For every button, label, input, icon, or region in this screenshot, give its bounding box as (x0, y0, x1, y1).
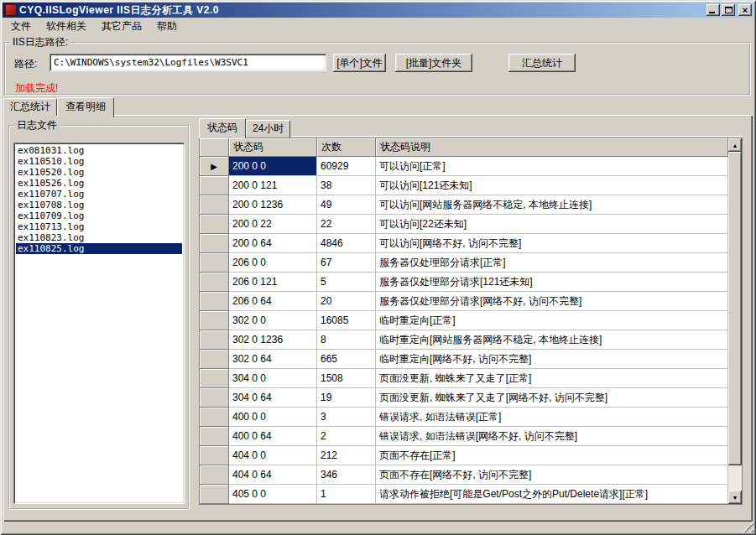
grid-cell-desc[interactable]: 可以访问[22还未知] (376, 215, 728, 234)
grid-cell-code[interactable]: 206 0 0 (229, 253, 317, 273)
row-header-cell[interactable] (200, 427, 229, 446)
row-header-cell[interactable] (200, 446, 229, 465)
log-file-item[interactable]: ex110707.log (16, 189, 182, 200)
log-file-item[interactable]: ex110526.log (16, 178, 182, 189)
grid-row[interactable]: 206 0 1215服务器仅处理部分请求[121还未知] (200, 273, 728, 292)
log-file-item[interactable]: ex081031.log (16, 145, 182, 156)
grid-cell-desc[interactable]: 可以访问[网站服务器网络不稳定, 本地终止连接] (376, 195, 728, 215)
grid-cell-code[interactable]: 400 0 0 (229, 408, 317, 427)
grid-cell-count[interactable]: 8 (317, 330, 376, 350)
grid-cell-count[interactable]: 4846 (317, 234, 376, 253)
grid-column-header-2[interactable]: 次数 (317, 138, 376, 157)
grid-row[interactable]: 304 0 01508页面没更新, 蜘蛛来了又走了[正常] (200, 369, 728, 388)
grid-cell-desc[interactable]: 页面没更新, 蜘蛛来了又走了[网络不好, 访问不完整] (376, 388, 728, 408)
titlebar[interactable]: CYQ.IISLogViewer IIS日志分析工具 V2.0 × (3, 3, 753, 18)
grid-cell-code[interactable]: 200 0 1236 (229, 195, 317, 215)
scroll-thumb[interactable] (728, 152, 742, 465)
grid-cell-desc[interactable]: 临时重定向[正常] (376, 311, 728, 330)
grid-cell-code[interactable]: 400 0 64 (229, 427, 317, 446)
grid-cell-code[interactable]: 404 0 0 (229, 446, 317, 465)
row-header-cell[interactable] (200, 311, 229, 330)
grid-row[interactable]: 200 0 2222可以访问[22还未知] (200, 215, 728, 234)
grid-cell-code[interactable]: 302 0 64 (229, 350, 317, 369)
grid-cell-desc[interactable]: 服务器仅处理部分请求[121还未知] (376, 273, 728, 292)
row-header-cell[interactable] (200, 465, 229, 485)
grid-cell-code[interactable]: 304 0 0 (229, 369, 317, 388)
grid-cell-count[interactable]: 38 (317, 176, 376, 195)
grid-cell-count[interactable]: 1 (317, 485, 376, 504)
log-file-item[interactable]: ex110709.log (16, 210, 182, 221)
log-file-item[interactable]: ex110708.log (16, 200, 182, 210)
grid-cell-code[interactable]: 304 0 64 (229, 388, 317, 408)
close-button[interactable]: × (738, 4, 752, 16)
row-header-cell[interactable] (200, 388, 229, 408)
grid-cell-desc[interactable]: 可以访问[正常] (376, 157, 728, 176)
row-header-cell[interactable]: ▶ (200, 157, 229, 176)
row-header-cell[interactable] (200, 176, 229, 195)
grid-cell-code[interactable]: 206 0 64 (229, 292, 317, 311)
row-header-cell[interactable] (200, 234, 229, 253)
grid-cell-desc[interactable]: 可以访问[网络不好, 访问不完整] (376, 234, 728, 253)
grid-row[interactable]: 206 0 067服务器仅处理部分请求[正常] (200, 253, 728, 273)
grid-cell-code[interactable]: 405 0 0 (229, 485, 317, 504)
detail-tab-2[interactable]: 24小时 (246, 120, 290, 138)
row-header-cell[interactable] (200, 408, 229, 427)
grid-cell-count[interactable]: 60929 (317, 157, 376, 176)
main-tab-2[interactable]: 查看明细 (57, 97, 114, 117)
grid-cell-count[interactable]: 212 (317, 446, 376, 465)
grid-cell-count[interactable]: 665 (317, 350, 376, 369)
grid-cell-code[interactable]: 302 0 1236 (229, 330, 317, 350)
log-file-item[interactable]: ex110520.log (16, 167, 182, 178)
grid-row[interactable]: 404 0 0212页面不存在[正常] (200, 446, 728, 465)
grid-cell-desc[interactable]: 服务器仅处理部分请求[网络不好, 访问不完整] (376, 292, 728, 311)
grid-row[interactable]: ▶200 0 060929可以访问[正常] (200, 157, 728, 176)
grid-cell-code[interactable]: 404 0 64 (229, 465, 317, 485)
resize-grip[interactable] (743, 522, 753, 532)
log-file-item[interactable]: ex110713.log (16, 221, 182, 232)
grid-cell-count[interactable]: 67 (317, 253, 376, 273)
grid-row[interactable]: 200 0 644846可以访问[网络不好, 访问不完整] (200, 234, 728, 253)
grid-cell-count[interactable]: 16085 (317, 311, 376, 330)
grid-row[interactable]: 302 0 12368临时重定向[网站服务器网络不稳定, 本地终止连接] (200, 330, 728, 350)
summary-stats-button[interactable]: 汇总统计 (508, 54, 576, 72)
menu-item-1[interactable]: 文件 (3, 18, 39, 35)
menu-item-2[interactable]: 软件相关 (39, 18, 94, 35)
grid-row[interactable]: 200 0 12138可以访问[121还未知] (200, 176, 728, 195)
row-header-cell[interactable] (200, 195, 229, 215)
row-header-cell[interactable] (200, 350, 229, 369)
grid-cell-count[interactable]: 20 (317, 292, 376, 311)
grid-row[interactable]: 405 0 01请求动作被拒绝[可能是Get/Post之外的Put/Delete… (200, 485, 728, 504)
path-input[interactable] (50, 54, 326, 71)
row-header-cell[interactable] (200, 330, 229, 350)
grid-row[interactable]: 302 0 016085临时重定向[正常] (200, 311, 728, 330)
grid-row[interactable]: 404 0 64346页面不存在[网络不好, 访问不完整] (200, 465, 728, 485)
grid-row[interactable]: 400 0 642错误请求, 如语法错误[网络不好, 访问不完整] (200, 427, 728, 446)
row-header-cell[interactable] (200, 485, 229, 504)
row-header-cell[interactable] (200, 215, 229, 234)
grid-cell-desc[interactable]: 临时重定向[网络不好, 访问不完整] (376, 350, 728, 369)
batch-folder-button[interactable]: [批量]文件夹 (395, 54, 472, 72)
grid-cell-desc[interactable]: 页面没更新, 蜘蛛来了又走了[正常] (376, 369, 728, 388)
grid-cell-desc[interactable]: 服务器仅处理部分请求[正常] (376, 253, 728, 273)
grid-cell-count[interactable]: 346 (317, 465, 376, 485)
grid-row[interactable]: 200 0 123649可以访问[网站服务器网络不稳定, 本地终止连接] (200, 195, 728, 215)
row-header-cell[interactable] (200, 273, 229, 292)
grid-row[interactable]: 302 0 64665临时重定向[网络不好, 访问不完整] (200, 350, 728, 369)
grid-cell-count[interactable]: 5 (317, 273, 376, 292)
single-file-button[interactable]: [单个]文件 (333, 54, 386, 72)
detail-tab-1[interactable]: 状态码 (199, 118, 246, 138)
grid-row[interactable]: 400 0 03错误请求, 如语法错误[正常] (200, 408, 728, 427)
grid-cell-count[interactable]: 1508 (317, 369, 376, 388)
menu-item-4[interactable]: 帮助 (149, 18, 185, 35)
grid-cell-code[interactable]: 200 0 64 (229, 234, 317, 253)
grid-cell-code[interactable]: 302 0 0 (229, 311, 317, 330)
grid-cell-count[interactable]: 19 (317, 388, 376, 408)
grid-row[interactable]: 206 0 6420服务器仅处理部分请求[网络不好, 访问不完整] (200, 292, 728, 311)
grid-cell-count[interactable]: 3 (317, 408, 376, 427)
main-tab-1[interactable]: 汇总统计 (3, 98, 57, 116)
log-file-item[interactable]: ex110823.log (16, 232, 182, 243)
log-file-list[interactable]: ex081031.logex110510.logex110520.logex11… (13, 143, 185, 504)
row-header-cell[interactable] (200, 292, 229, 311)
grid-cell-code[interactable]: 200 0 22 (229, 215, 317, 234)
grid-cell-desc[interactable]: 错误请求, 如语法错误[正常] (376, 408, 728, 427)
